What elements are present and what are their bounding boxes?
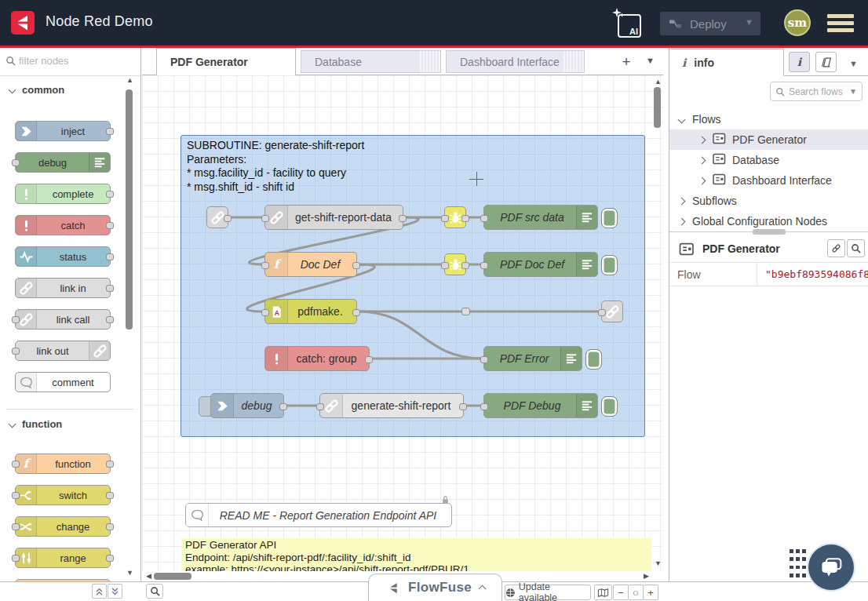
output-port[interactable]: [106, 285, 114, 292]
debug-toggle-button[interactable]: [601, 255, 618, 275]
canvas-scroll-left[interactable]: ◀: [146, 573, 151, 580]
input-port[interactable]: [12, 555, 20, 562]
palette-node-link-out[interactable]: link out: [15, 341, 111, 361]
info-tab-button[interactable]: i: [789, 52, 810, 72]
main-menu-button[interactable]: [827, 14, 854, 33]
palette-node-debug[interactable]: debug: [15, 152, 111, 173]
help-book-button[interactable]: [815, 52, 837, 72]
input-port[interactable]: [12, 523, 20, 530]
palette-category-function[interactable]: function: [0, 418, 126, 435]
sidebar-item-subflows[interactable]: Subflows: [669, 191, 868, 211]
output-port[interactable]: [459, 403, 467, 410]
palette-expand-all-button[interactable]: [108, 584, 122, 599]
output-port[interactable]: [365, 356, 373, 363]
palette-filter-input[interactable]: filter nodes: [0, 48, 140, 76]
input-port[interactable]: [12, 316, 20, 323]
debug-node[interactable]: PDF Doc Def: [483, 252, 598, 277]
palette-node-function[interactable]: ffunction: [15, 453, 111, 474]
input-port[interactable]: [480, 403, 488, 410]
search-flows-input[interactable]: Search flows ▼: [770, 82, 863, 101]
splitter-handle[interactable]: [753, 229, 786, 235]
inject-node[interactable]: debug: [210, 393, 284, 418]
output-port[interactable]: [106, 492, 114, 499]
palette-node-inject[interactable]: inject: [15, 121, 111, 141]
bug-node[interactable]: [444, 253, 466, 275]
sidebar-item-database[interactable]: Database: [669, 150, 868, 170]
output-port[interactable]: [461, 215, 469, 222]
palette-scrollbar[interactable]: [126, 89, 133, 330]
copy-link-button[interactable]: [827, 239, 845, 257]
chevron-right-icon[interactable]: [698, 177, 706, 184]
update-available-button[interactable]: Update available: [505, 585, 591, 600]
wire-junction[interactable]: [461, 308, 470, 315]
widget-drag-handle[interactable]: [790, 549, 805, 579]
flowfuse-logo-icon[interactable]: [11, 11, 35, 35]
output-port[interactable]: [106, 253, 114, 260]
input-port[interactable]: [12, 348, 20, 355]
input-port[interactable]: [480, 356, 488, 363]
debug-node[interactable]: PDF Debug: [483, 393, 598, 418]
link-call-node[interactable]: generate-shift-report: [319, 393, 464, 418]
flow-canvas[interactable]: SUBROUTINE: generate-shift-reportParamet…: [142, 75, 663, 571]
input-port[interactable]: [598, 309, 606, 316]
output-port[interactable]: [106, 222, 114, 229]
flowfuse-panel-tab[interactable]: FlowFuse: [368, 574, 502, 601]
output-port[interactable]: [106, 128, 114, 135]
palette-collapse-all-button[interactable]: [92, 584, 107, 599]
input-port[interactable]: [441, 262, 449, 269]
sidebar-menu-caret[interactable]: ▼: [849, 59, 858, 68]
palette-node-comment[interactable]: comment: [15, 372, 111, 392]
tab-pdf-generator[interactable]: PDF Generator: [156, 48, 296, 75]
palette-node-link-call[interactable]: link call: [15, 309, 111, 330]
zoom-reset-button[interactable]: ○: [628, 585, 644, 600]
output-port[interactable]: [399, 215, 407, 222]
sidebar-item-dashboard-interface[interactable]: Dashboard Interface: [669, 170, 868, 191]
output-port[interactable]: [106, 316, 114, 323]
link-call-node[interactable]: get-shift-report-data: [264, 205, 403, 230]
flow-list-caret[interactable]: ▼: [646, 56, 655, 65]
palette-category-common[interactable]: common: [0, 84, 126, 101]
input-port[interactable]: [12, 492, 20, 499]
zoom-out-button[interactable]: −: [613, 585, 629, 600]
deploy-dropdown-caret[interactable]: ▼: [745, 17, 753, 27]
input-port[interactable]: [316, 403, 324, 410]
output-port[interactable]: [461, 262, 469, 269]
input-port[interactable]: [480, 262, 488, 269]
sidebar-item-pdf-generator[interactable]: PDF Generator: [669, 129, 868, 150]
chevron-down-icon[interactable]: [678, 115, 686, 123]
output-port[interactable]: [279, 403, 287, 410]
sidebar-item-flows[interactable]: Flows: [669, 109, 868, 129]
flow-note-box[interactable]: PDF Generator APIEndpoint: /api/shift-re…: [181, 538, 651, 571]
link-out-node[interactable]: [601, 300, 623, 322]
output-port[interactable]: [106, 191, 114, 198]
tab-info[interactable]: i info: [669, 49, 784, 76]
canvas-scroll-right[interactable]: ▶: [644, 573, 649, 580]
chevron-right-icon[interactable]: [698, 136, 706, 144]
palette-node-range[interactable]: range: [15, 548, 111, 568]
tab-database[interactable]: Database: [301, 50, 441, 73]
navigator-map-button[interactable]: [594, 585, 612, 600]
input-port[interactable]: [261, 309, 269, 316]
palette-scroll-down[interactable]: ▼: [126, 570, 133, 577]
palette-node-link-in[interactable]: link in: [15, 278, 111, 298]
palette-node-status[interactable]: status: [15, 246, 111, 267]
debug-node[interactable]: PDF Error: [483, 346, 582, 371]
chat-widget-button[interactable]: [808, 545, 854, 590]
deploy-button[interactable]: Deploy ▼: [660, 12, 760, 35]
output-port[interactable]: [106, 461, 114, 468]
input-port[interactable]: [441, 215, 449, 222]
comment-node[interactable]: READ ME - Report Generation Endpoint API: [185, 503, 452, 527]
palette-node-catch[interactable]: catch: [15, 215, 111, 235]
tab-dashboard-interface[interactable]: Dashboard Interface: [446, 50, 585, 73]
debug-node[interactable]: PDF src data: [483, 205, 598, 230]
chevron-right-icon[interactable]: [678, 197, 686, 205]
canvas-scroll-down[interactable]: ▼: [655, 560, 662, 567]
inject-trigger-button[interactable]: [199, 396, 211, 417]
input-port[interactable]: [261, 262, 269, 269]
zoom-to-flow-button[interactable]: [847, 239, 865, 257]
bug-node[interactable]: [444, 206, 466, 228]
debug-toggle-button[interactable]: [601, 396, 618, 417]
catch-node[interactable]: catch: group: [264, 346, 370, 371]
canvas-scroll-up[interactable]: ▲: [655, 78, 662, 86]
debug-toggle-button[interactable]: [601, 208, 618, 228]
